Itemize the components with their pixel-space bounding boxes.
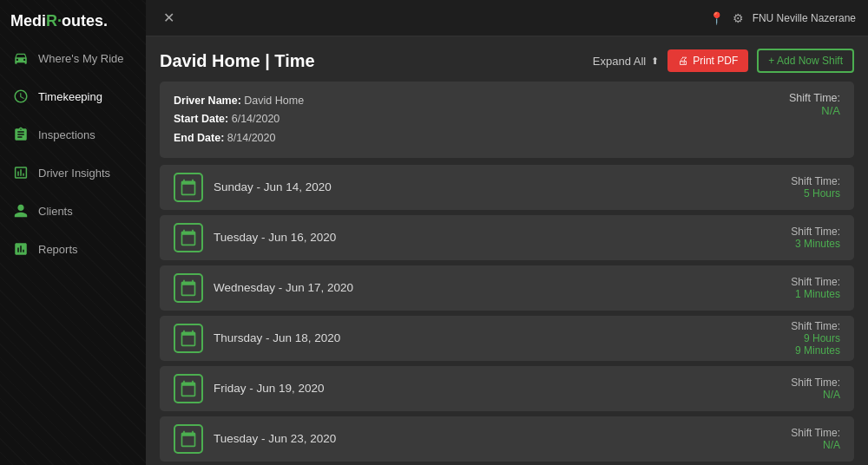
print-pdf-button[interactable]: 🖨 Print PDF: [667, 49, 748, 72]
calendar-icon-1: [174, 223, 203, 252]
close-button[interactable]: ✕: [158, 8, 179, 29]
shift-left-4: Friday - Jun 19, 2020: [174, 374, 325, 403]
shift-right-4: Shift Time: N/A: [791, 377, 840, 401]
person-icon: [12, 202, 30, 219]
shift-right-1: Shift Time: 3 Minutes: [791, 226, 840, 250]
sidebar-item-driver-insights[interactable]: Driver Insights: [0, 154, 146, 192]
sidebar-item-clients[interactable]: Clients: [0, 192, 146, 230]
shift-time-label-4: Shift Time:: [791, 377, 840, 389]
shift-date-2: Wednesday - Jun 17, 2020: [214, 281, 353, 294]
logo: MediR·outes.: [0, 0, 146, 39]
shift-date-5: Tuesday - Jun 23, 2020: [214, 432, 336, 445]
shift-time-label-5: Shift Time:: [791, 427, 840, 439]
summary-shift-time-value: N/A: [789, 104, 840, 117]
end-date-label: End Date:: [174, 132, 224, 144]
shift-time-value-1: 3 Minutes: [791, 238, 840, 250]
sidebar-item-where-my-ride[interactable]: Where's My Ride: [0, 39, 146, 77]
add-shift-button[interactable]: + Add Now Shift: [757, 49, 854, 73]
main-content: ✕ 📍 ⚙ FNU Neville Nazerane David Home | …: [146, 0, 868, 465]
expand-all-label: Expand All: [593, 55, 646, 68]
shift-left-1: Tuesday - Jun 16, 2020: [174, 223, 336, 252]
driver-name-label: Driver Name:: [174, 95, 241, 107]
sidebar-item-inspections[interactable]: Inspections: [0, 115, 146, 154]
sidebar-item-reports[interactable]: Reports: [0, 230, 146, 268]
shift-time-label-3: Shift Time:: [791, 320, 840, 332]
driver-name-row: Driver Name: David Home: [174, 92, 304, 110]
start-date-value: 6/14/2020: [232, 113, 280, 125]
clock-icon: [12, 88, 30, 105]
shift-time-value-3a: 9 Hours: [791, 332, 840, 344]
summary-card: Driver Name: David Home Start Date: 6/14…: [160, 82, 854, 158]
shift-row-3[interactable]: Thursday - Jun 18, 2020 Shift Time: 9 Ho…: [160, 316, 854, 361]
shift-row-0[interactable]: Sunday - Jun 14, 2020 Shift Time: 5 Hour…: [160, 165, 854, 210]
expand-all-icon: ⬆: [651, 56, 659, 67]
settings-icon[interactable]: ⚙: [733, 11, 744, 25]
sidebar-item-label-timekeeping: Timekeeping: [38, 90, 102, 103]
driver-name-value: David Home: [244, 95, 304, 107]
calendar-icon-5: [174, 424, 203, 454]
shift-time-label-0: Shift Time:: [791, 175, 840, 187]
add-shift-label: + Add Now Shift: [768, 55, 843, 67]
sidebar-item-label-driver-insights: Driver Insights: [38, 167, 110, 180]
print-icon: 🖨: [678, 55, 688, 67]
shift-left-5: Tuesday - Jun 23, 2020: [174, 424, 336, 454]
shift-time-label-2: Shift Time:: [791, 276, 840, 288]
shift-time-label-1: Shift Time:: [791, 226, 840, 238]
shift-time-value-5: N/A: [791, 439, 840, 451]
logo-text: MediR·outes.: [10, 12, 108, 30]
page-title: David Home | Time: [160, 51, 315, 71]
start-date-row: Start Date: 6/14/2020: [174, 110, 304, 128]
sidebar: MediR·outes. Where's My Ride Timekeeping…: [0, 0, 146, 465]
shift-left-0: Sunday - Jun 14, 2020: [174, 173, 332, 202]
chart-icon: [12, 164, 30, 181]
sidebar-item-label-reports: Reports: [38, 243, 78, 256]
calendar-icon-3: [174, 324, 203, 353]
clipboard-icon: [12, 126, 30, 143]
page-header: David Home | Time Expand All ⬆ 🖨 Print P…: [146, 36, 868, 82]
sidebar-item-label-inspections: Inspections: [38, 128, 95, 141]
shift-right-2: Shift Time: 1 Minutes: [791, 276, 840, 300]
pin-icon[interactable]: 📍: [709, 11, 724, 25]
shift-right-3: Shift Time: 9 Hours 9 Minutes: [791, 320, 840, 357]
shift-row-5[interactable]: Tuesday - Jun 23, 2020 Shift Time: N/A: [160, 416, 854, 462]
shift-right-5: Shift Time: N/A: [791, 427, 840, 451]
shift-row-2[interactable]: Wednesday - Jun 17, 2020 Shift Time: 1 M…: [160, 265, 854, 311]
shift-left-2: Wednesday - Jun 17, 2020: [174, 273, 353, 303]
shifts-list: Sunday - Jun 14, 2020 Shift Time: 5 Hour…: [146, 165, 868, 465]
sidebar-item-label-clients: Clients: [38, 205, 73, 218]
shift-time-value-3b: 9 Minutes: [791, 344, 840, 357]
header-actions: Expand All ⬆ 🖨 Print PDF + Add Now Shift: [593, 49, 854, 73]
shift-row-1[interactable]: Tuesday - Jun 16, 2020 Shift Time: 3 Min…: [160, 215, 854, 260]
summary-shift-time-label: Shift Time:: [789, 92, 840, 104]
calendar-icon-0: [174, 173, 203, 202]
calendar-icon-2: [174, 273, 203, 303]
topbar-icons: 📍 ⚙ FNU Neville Nazerane: [709, 11, 856, 25]
user-name: FNU Neville Nazerane: [753, 12, 856, 24]
topbar: ✕ 📍 ⚙ FNU Neville Nazerane: [146, 0, 868, 36]
shift-time-value-2: 1 Minutes: [791, 288, 840, 300]
expand-all-button[interactable]: Expand All ⬆: [593, 55, 659, 68]
start-date-label: Start Date:: [174, 113, 228, 125]
shift-date-3: Thursday - Jun 18, 2020: [214, 331, 340, 344]
bar-chart-icon: [12, 240, 30, 258]
shift-right-0: Shift Time: 5 Hours: [791, 175, 840, 200]
shift-date-4: Friday - Jun 19, 2020: [214, 382, 325, 395]
end-date-row: End Date: 8/14/2020: [174, 129, 304, 147]
sidebar-item-timekeeping[interactable]: Timekeeping: [0, 77, 146, 115]
calendar-icon-4: [174, 374, 203, 403]
summary-info: Driver Name: David Home Start Date: 6/14…: [174, 92, 304, 147]
shift-time-value-4: N/A: [791, 389, 840, 401]
shift-row-4[interactable]: Friday - Jun 19, 2020 Shift Time: N/A: [160, 366, 854, 411]
end-date-value: 8/14/2020: [227, 132, 276, 144]
car-icon: [12, 49, 30, 67]
shift-date-0: Sunday - Jun 14, 2020: [214, 180, 332, 193]
summary-shift: Shift Time: N/A: [789, 92, 840, 117]
print-pdf-label: Print PDF: [693, 55, 738, 67]
shift-left-3: Thursday - Jun 18, 2020: [174, 324, 340, 353]
shift-time-value-0: 5 Hours: [791, 187, 840, 200]
sidebar-item-label-where-my-ride: Where's My Ride: [38, 52, 124, 65]
shift-date-1: Tuesday - Jun 16, 2020: [214, 231, 336, 244]
